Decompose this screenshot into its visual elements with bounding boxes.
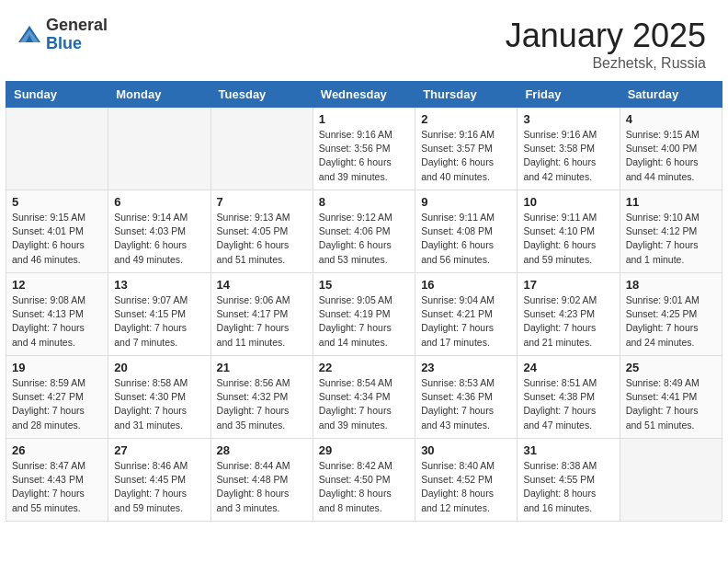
page-header: General Blue January 2025 Bezhetsk, Russ…	[0, 0, 728, 81]
day-number: 30	[421, 443, 511, 457]
day-info: Sunrise: 9:06 AM Sunset: 4:17 PM Dayligh…	[217, 293, 307, 350]
day-number: 2	[421, 112, 511, 126]
day-info: Sunrise: 9:05 AM Sunset: 4:19 PM Dayligh…	[319, 293, 409, 350]
day-number: 27	[114, 443, 204, 457]
month-title: January 2025	[506, 17, 706, 55]
table-row: 30Sunrise: 8:40 AM Sunset: 4:52 PM Dayli…	[415, 439, 518, 522]
logo: General Blue	[17, 17, 108, 53]
calendar-week-row: 5Sunrise: 9:15 AM Sunset: 4:01 PM Daylig…	[6, 190, 722, 273]
day-number: 9	[421, 195, 511, 209]
day-number: 11	[626, 195, 716, 209]
table-row: 21Sunrise: 8:56 AM Sunset: 4:32 PM Dayli…	[210, 356, 313, 439]
table-row	[108, 108, 210, 190]
day-info: Sunrise: 9:11 AM Sunset: 4:08 PM Dayligh…	[421, 211, 511, 267]
day-number: 14	[217, 278, 307, 292]
table-row: 2Sunrise: 9:16 AM Sunset: 3:57 PM Daylig…	[415, 108, 518, 190]
calendar-week-row: 12Sunrise: 9:08 AM Sunset: 4:13 PM Dayli…	[6, 273, 722, 356]
day-info: Sunrise: 8:51 AM Sunset: 4:38 PM Dayligh…	[523, 376, 613, 432]
day-number: 31	[523, 443, 613, 457]
table-row: 13Sunrise: 9:07 AM Sunset: 4:15 PM Dayli…	[108, 273, 210, 356]
day-info: Sunrise: 9:02 AM Sunset: 4:23 PM Dayligh…	[523, 293, 613, 350]
table-row: 20Sunrise: 8:58 AM Sunset: 4:30 PM Dayli…	[108, 356, 210, 439]
table-row: 29Sunrise: 8:42 AM Sunset: 4:50 PM Dayli…	[313, 439, 415, 522]
day-number: 22	[319, 361, 409, 374]
table-row: 22Sunrise: 8:54 AM Sunset: 4:34 PM Dayli…	[313, 356, 415, 439]
day-number: 13	[114, 278, 204, 292]
day-info: Sunrise: 9:16 AM Sunset: 3:58 PM Dayligh…	[523, 128, 613, 184]
table-row	[620, 439, 722, 522]
table-row: 15Sunrise: 9:05 AM Sunset: 4:19 PM Dayli…	[313, 273, 415, 356]
table-row: 27Sunrise: 8:46 AM Sunset: 4:45 PM Dayli…	[108, 439, 210, 522]
day-number: 19	[12, 361, 102, 374]
table-row: 12Sunrise: 9:08 AM Sunset: 4:13 PM Dayli…	[6, 273, 108, 356]
day-info: Sunrise: 9:15 AM Sunset: 4:01 PM Dayligh…	[12, 211, 102, 267]
day-info: Sunrise: 9:11 AM Sunset: 4:10 PM Dayligh…	[523, 211, 613, 267]
table-row	[210, 108, 313, 190]
day-number: 24	[523, 361, 613, 374]
table-row: 14Sunrise: 9:06 AM Sunset: 4:17 PM Dayli…	[210, 273, 313, 356]
day-info: Sunrise: 9:01 AM Sunset: 4:25 PM Dayligh…	[626, 293, 716, 350]
day-info: Sunrise: 8:40 AM Sunset: 4:52 PM Dayligh…	[421, 459, 511, 515]
day-info: Sunrise: 8:59 AM Sunset: 4:27 PM Dayligh…	[12, 376, 102, 432]
day-number: 8	[319, 195, 409, 209]
table-row: 4Sunrise: 9:15 AM Sunset: 4:00 PM Daylig…	[620, 108, 722, 190]
day-number: 25	[626, 361, 716, 374]
day-number: 12	[12, 278, 102, 292]
table-row: 11Sunrise: 9:10 AM Sunset: 4:12 PM Dayli…	[620, 190, 722, 273]
table-row: 24Sunrise: 8:51 AM Sunset: 4:38 PM Dayli…	[518, 356, 620, 439]
col-wednesday: Wednesday	[313, 82, 415, 108]
day-number: 6	[114, 195, 204, 209]
day-info: Sunrise: 9:13 AM Sunset: 4:05 PM Dayligh…	[217, 211, 307, 267]
day-info: Sunrise: 9:12 AM Sunset: 4:06 PM Dayligh…	[319, 211, 409, 267]
table-row: 8Sunrise: 9:12 AM Sunset: 4:06 PM Daylig…	[313, 190, 415, 273]
table-row	[6, 108, 108, 190]
day-info: Sunrise: 8:53 AM Sunset: 4:36 PM Dayligh…	[421, 376, 511, 432]
day-info: Sunrise: 9:04 AM Sunset: 4:21 PM Dayligh…	[421, 293, 511, 350]
table-row: 5Sunrise: 9:15 AM Sunset: 4:01 PM Daylig…	[6, 190, 108, 273]
day-info: Sunrise: 8:49 AM Sunset: 4:41 PM Dayligh…	[626, 376, 716, 432]
table-row: 25Sunrise: 8:49 AM Sunset: 4:41 PM Dayli…	[620, 356, 722, 439]
day-info: Sunrise: 9:15 AM Sunset: 4:00 PM Dayligh…	[626, 128, 716, 184]
table-row: 17Sunrise: 9:02 AM Sunset: 4:23 PM Dayli…	[518, 273, 620, 356]
table-row: 18Sunrise: 9:01 AM Sunset: 4:25 PM Dayli…	[620, 273, 722, 356]
table-row: 23Sunrise: 8:53 AM Sunset: 4:36 PM Dayli…	[415, 356, 518, 439]
table-row: 10Sunrise: 9:11 AM Sunset: 4:10 PM Dayli…	[518, 190, 620, 273]
title-block: January 2025 Bezhetsk, Russia	[506, 17, 706, 72]
table-row: 1Sunrise: 9:16 AM Sunset: 3:56 PM Daylig…	[313, 108, 415, 190]
day-number: 3	[523, 112, 613, 126]
day-info: Sunrise: 8:58 AM Sunset: 4:30 PM Dayligh…	[114, 376, 204, 432]
col-tuesday: Tuesday	[210, 82, 313, 108]
col-sunday: Sunday	[6, 82, 108, 108]
calendar-week-row: 1Sunrise: 9:16 AM Sunset: 3:56 PM Daylig…	[6, 108, 722, 190]
day-number: 20	[114, 361, 204, 374]
day-number: 10	[523, 195, 613, 209]
table-row: 26Sunrise: 8:47 AM Sunset: 4:43 PM Dayli…	[6, 439, 108, 522]
location-title: Bezhetsk, Russia	[506, 55, 706, 72]
day-number: 29	[319, 443, 409, 457]
day-info: Sunrise: 8:56 AM Sunset: 4:32 PM Dayligh…	[217, 376, 307, 432]
day-info: Sunrise: 8:54 AM Sunset: 4:34 PM Dayligh…	[319, 376, 409, 432]
day-number: 4	[626, 112, 716, 126]
day-info: Sunrise: 9:08 AM Sunset: 4:13 PM Dayligh…	[12, 293, 102, 350]
day-info: Sunrise: 8:38 AM Sunset: 4:55 PM Dayligh…	[523, 459, 613, 515]
day-number: 26	[12, 443, 102, 457]
day-number: 21	[217, 361, 307, 374]
table-row: 7Sunrise: 9:13 AM Sunset: 4:05 PM Daylig…	[210, 190, 313, 273]
day-number: 23	[421, 361, 511, 374]
table-row: 19Sunrise: 8:59 AM Sunset: 4:27 PM Dayli…	[6, 356, 108, 439]
col-thursday: Thursday	[415, 82, 518, 108]
table-row: 3Sunrise: 9:16 AM Sunset: 3:58 PM Daylig…	[518, 108, 620, 190]
day-info: Sunrise: 9:16 AM Sunset: 3:56 PM Dayligh…	[319, 128, 409, 184]
day-number: 28	[217, 443, 307, 457]
logo-general-text: General	[46, 17, 108, 35]
calendar-header-row: Sunday Monday Tuesday Wednesday Thursday…	[6, 82, 722, 108]
day-info: Sunrise: 8:46 AM Sunset: 4:45 PM Dayligh…	[114, 459, 204, 515]
day-number: 17	[523, 278, 613, 292]
day-info: Sunrise: 9:14 AM Sunset: 4:03 PM Dayligh…	[114, 211, 204, 267]
logo-icon	[17, 22, 42, 48]
logo-blue-text: Blue	[46, 35, 108, 53]
table-row: 9Sunrise: 9:11 AM Sunset: 4:08 PM Daylig…	[415, 190, 518, 273]
day-info: Sunrise: 8:42 AM Sunset: 4:50 PM Dayligh…	[319, 459, 409, 515]
col-saturday: Saturday	[620, 82, 722, 108]
day-number: 5	[12, 195, 102, 209]
